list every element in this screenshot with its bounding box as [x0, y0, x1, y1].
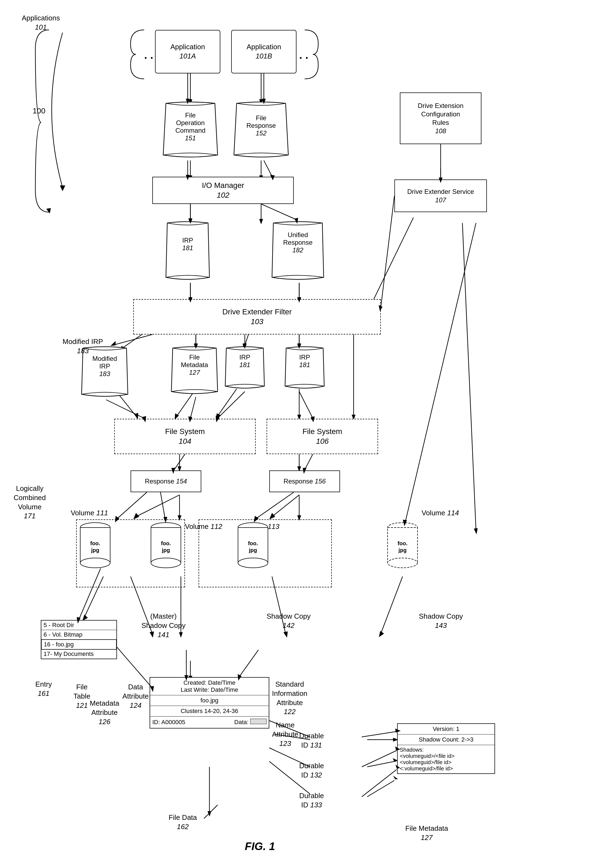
version-box: Version: 1 Shadow Count: 2->3 Shadows: <… — [397, 723, 495, 774]
durable-id-133-label: DurableID 133 — [299, 791, 324, 810]
cylinder-foo-vol111-left: foo. jpg — [79, 522, 112, 572]
app-101b-box: Application 101B — [231, 30, 296, 73]
svg-line-140 — [405, 223, 476, 522]
cylinder-foo-vol112: foo. jpg — [150, 522, 182, 572]
drive-extender-service-box: Drive Extender Service 107 — [394, 180, 487, 212]
file-metadata-127-bot-label: File Metadata127 — [405, 824, 448, 842]
curly-brace-system — [30, 27, 52, 217]
svg-line-65 — [367, 761, 394, 767]
svg-line-57 — [381, 577, 403, 634]
response-154-box: Response 154 — [130, 470, 201, 492]
curly-brace-apps-right — [302, 27, 321, 82]
svg-text:foo.: foo. — [398, 540, 408, 546]
logically-combined-label: Logically Combined Volume 171 — [14, 484, 46, 521]
svg-line-114 — [114, 335, 152, 345]
shadow-copy-142-label: Shadow Copy142 — [267, 612, 311, 630]
modified-irp-label: Modified IRP183 — [62, 337, 103, 356]
file-system-106-box: File System 106 — [267, 419, 378, 454]
svg-line-134 — [117, 492, 147, 519]
standard-info-label: StandardInformationAttribute122 — [272, 680, 307, 716]
ft-row-2: 6 - Vol. Bitmap — [41, 630, 116, 640]
svg-point-75 — [80, 558, 110, 568]
svg-point-80 — [151, 558, 181, 568]
file-response-shape: File Response 152 — [231, 101, 291, 160]
svg-line-153 — [362, 770, 397, 797]
svg-line-62 — [204, 805, 218, 818]
irp-181-mid-left-shape: IRP 181 — [223, 346, 267, 392]
svg-marker-58 — [379, 631, 384, 637]
svg-line-122 — [106, 400, 144, 418]
svg-text:jpg: jpg — [249, 547, 257, 553]
svg-line-149 — [362, 732, 397, 737]
meta-clusters: Clusters 14-20, 24-36 — [150, 706, 269, 716]
io-manager-box: I/O Manager 102 — [152, 177, 294, 204]
master-shadow-copy-label: (Master) Shadow Copy 141 — [141, 612, 186, 639]
metadata-center-box: Created: Date/TimeLast Write: Date/Time … — [150, 677, 269, 728]
meta-filename: foo.jpg — [150, 695, 269, 706]
svg-text:foo.: foo. — [248, 540, 258, 546]
svg-line-46 — [367, 217, 414, 313]
svg-text:jpg: jpg — [91, 547, 99, 553]
volume-114-label: Volume 114 — [421, 508, 459, 518]
entry-label: Entry161 — [36, 680, 52, 698]
data-attribute-label: DataAttribute124 — [122, 682, 149, 710]
svg-text:jpg: jpg — [161, 547, 170, 553]
svg-point-90 — [387, 558, 417, 568]
svg-line-151 — [362, 750, 397, 767]
svg-marker-41 — [269, 513, 275, 519]
svg-marker-48 — [60, 186, 65, 191]
svg-line-104 — [261, 204, 296, 220]
irp-181-top-shape: IRP 181 — [163, 220, 212, 283]
unified-response-shape: Unified Response 182 — [269, 220, 326, 283]
meta-created: Created: Date/TimeLast Write: Date/Time — [150, 677, 269, 695]
file-system-104-box: File System 104 — [114, 419, 256, 454]
drive-extender-filter-box: Drive Extender Filter 103 — [133, 299, 381, 335]
svg-line-136 — [161, 492, 165, 519]
figure-label: FIG. 1 — [245, 840, 275, 852]
drive-ext-config-box: Drive Extension Configuration Rules 108 — [400, 93, 482, 144]
svg-line-40 — [272, 495, 299, 517]
svg-text:foo.: foo. — [161, 540, 171, 546]
svg-marker-72 — [474, 528, 477, 534]
ft-row-1: 5 - Root Dir — [41, 620, 116, 630]
curly-brace-apps — [128, 27, 147, 82]
version-row: Version: 1 — [398, 724, 494, 735]
cylinder-foo-vol113: foo. jpg — [237, 522, 269, 572]
svg-line-128 — [299, 392, 313, 418]
svg-line-36 — [136, 495, 180, 517]
file-table-label: FileTable121 — [73, 682, 90, 710]
ft-row-3: 16 - foo.jpg — [41, 639, 117, 649]
meta-id-data: ID: A000005 Data: — [150, 716, 269, 728]
shadow-count-row: Shadow Count: 2->3 — [398, 735, 494, 745]
svg-line-130 — [174, 454, 185, 470]
durable-id-131-label: DurableID 131 — [299, 732, 324, 750]
volume-111-label: Volume 111 — [71, 508, 108, 518]
svg-line-28 — [218, 389, 237, 416]
svg-line-138 — [256, 492, 294, 519]
app-101a-box: Application 101A — [155, 30, 220, 73]
svg-line-144 — [239, 650, 259, 677]
shadows-row: Shadows: <volumeguid>/<file id> <volumeg… — [398, 745, 494, 773]
name-attribute-label: NameAttribute123 — [272, 721, 298, 748]
svg-text:jpg: jpg — [398, 547, 407, 553]
file-table-box: 5 - Root Dir 6 - Vol. Bitmap 16 - foo.jp… — [41, 620, 117, 659]
svg-marker-56 — [284, 631, 288, 638]
svg-marker-11 — [259, 219, 263, 224]
metadata-attribute-label: MetadataAttribute126 — [90, 699, 119, 726]
ft-row-4: 17- My Documents — [41, 649, 116, 659]
durable-id-132-label: DurableID 132 — [299, 761, 324, 780]
file-metadata-top-shape: File Metadata 127 — [169, 346, 220, 397]
svg-marker-37 — [133, 513, 139, 519]
response-156-box: Response 156 — [269, 470, 340, 492]
svg-line-112 — [381, 196, 394, 307]
svg-line-67 — [367, 780, 394, 797]
file-op-cmd-shape: File Operation Command 151 — [161, 101, 220, 160]
svg-line-132 — [305, 454, 313, 470]
irp-181-mid-right-shape: IRP 181 — [283, 346, 326, 392]
file-data-label: File Data162 — [169, 813, 197, 832]
cylinder-foo-vol114: foo. jpg — [386, 522, 419, 572]
svg-marker-68 — [393, 775, 398, 780]
svg-line-100 — [264, 160, 272, 176]
shadow-copy-143-label: Shadow Copy143 — [419, 612, 463, 630]
svg-line-157 — [117, 647, 152, 688]
